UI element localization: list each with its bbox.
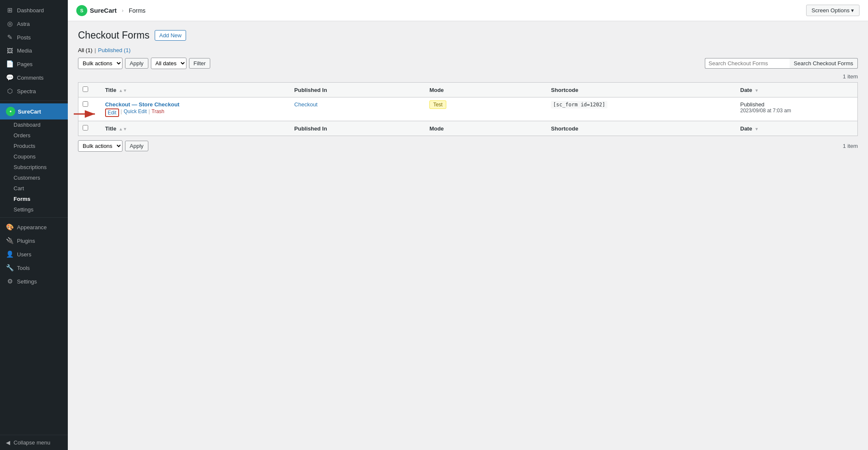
search-bar: Search Checkout Forms	[705, 58, 858, 69]
table-header-row: Title ▲▼ Published In Mode Shortcode	[78, 83, 858, 97]
foot-col-checkbox	[78, 121, 101, 136]
content-area: Checkout Forms Add New All (1) | Publish…	[68, 21, 868, 450]
sidebar-sub-item-sc-cart[interactable]: Cart	[0, 183, 68, 194]
row-checkbox[interactable]	[83, 101, 88, 107]
sidebar-header: ⊞ Dashboard ◎ Astra ✎ Posts 🖼 Media 📄 Pa…	[0, 0, 68, 290]
add-new-button[interactable]: Add New	[155, 30, 186, 41]
shortcode-value[interactable]: [sc_form id=1202]	[551, 101, 607, 108]
svg-text:S: S	[80, 8, 83, 13]
select-all-checkbox-bottom[interactable]	[83, 125, 88, 131]
foot-col-date[interactable]: Date ▼	[736, 121, 858, 136]
sidebar-item-users[interactable]: 👤 Users	[0, 247, 68, 261]
trash-action[interactable]: Trash	[152, 108, 164, 117]
col-published-header: Published In	[290, 83, 425, 97]
topbar-brand: SureCart	[90, 7, 117, 14]
filter-link-all[interactable]: All (1)	[78, 47, 92, 53]
foot-date-sort-icon: ▼	[754, 127, 759, 131]
row-mode-cell: Test	[425, 97, 547, 121]
sidebar-item-dashboard[interactable]: ⊞ Dashboard	[0, 3, 68, 17]
sidebar-item-label: Plugins	[17, 238, 35, 244]
foot-col-mode: Mode	[425, 121, 547, 136]
published-in-link[interactable]: Checkout	[294, 101, 317, 108]
sidebar-item-surecart[interactable]: SureCart	[0, 103, 68, 119]
row-shortcode-cell: [sc_form id=1202]	[547, 97, 736, 121]
forms-table-wrapper: Title ▲▼ Published In Mode Shortcode	[78, 82, 858, 136]
plugins-icon: 🔌	[6, 237, 14, 244]
form-title-link[interactable]: Checkout — Store Checkout	[105, 101, 180, 108]
sidebar-item-settings[interactable]: ⚙ Settings	[0, 275, 68, 288]
sidebar-item-appearance[interactable]: 🎨 Appearance	[0, 220, 68, 234]
sidebar-sub-item-sc-forms[interactable]: Forms	[0, 194, 68, 204]
sidebar-item-media[interactable]: 🖼 Media	[0, 44, 68, 57]
surecart-label: SureCart	[18, 108, 41, 115]
surecart-topbar-logo: S	[76, 5, 87, 16]
sidebar-sub-item-sc-settings[interactable]: Settings	[0, 204, 68, 215]
foot-title-sort-icon: ▲▼	[119, 127, 127, 131]
select-all-checkbox[interactable]	[83, 86, 88, 92]
sidebar-item-label: Spectra	[17, 88, 36, 94]
date-time-value: 2023/09/08 at 7:03 am	[740, 108, 854, 114]
apply-button-top[interactable]: Apply	[125, 58, 148, 69]
sidebar-item-comments[interactable]: 💬 Comments	[0, 71, 68, 84]
sidebar-sub-item-sc-products[interactable]: Products	[0, 141, 68, 151]
astra-icon: ◎	[6, 20, 14, 28]
sidebar-sub-item-sc-subscriptions[interactable]: Subscriptions	[0, 162, 68, 172]
sidebar-item-label: Appearance	[17, 224, 47, 231]
bulk-actions-select-top[interactable]: Bulk actions	[78, 58, 122, 69]
sidebar-item-label: Astra	[17, 21, 30, 27]
divider2	[0, 217, 68, 218]
sidebar-item-pages[interactable]: 📄 Pages	[0, 57, 68, 71]
surecart-logo-icon	[6, 107, 15, 116]
bulk-actions-select-bottom[interactable]: Bulk actions	[78, 140, 122, 152]
filter-sep: |	[95, 47, 96, 53]
page-title-row: Checkout Forms Add New	[78, 30, 858, 41]
sidebar-item-label: Media	[17, 47, 32, 54]
date-status: Published	[740, 101, 854, 108]
filter-button[interactable]: Filter	[189, 58, 211, 69]
sidebar-sub-item-sc-customers[interactable]: Customers	[0, 172, 68, 183]
collapse-menu[interactable]: ◀ Collapse menu	[0, 435, 68, 450]
title-sort-icon: ▲▼	[119, 88, 127, 93]
users-icon: 👤	[6, 250, 14, 258]
sidebar-sub-item-sc-orders[interactable]: Orders	[0, 130, 68, 141]
search-input[interactable]	[705, 58, 790, 69]
sidebar-sub-item-sc-dashboard[interactable]: Dashboard	[0, 119, 68, 130]
table-row: Checkout — Store Checkout Edit | Quick E…	[78, 97, 858, 121]
sidebar-item-spectra[interactable]: ⬡ Spectra	[0, 84, 68, 98]
row-checkbox-cell	[78, 97, 101, 121]
foot-col-title[interactable]: Title ▲▼	[101, 121, 290, 136]
tools-icon: 🔧	[6, 264, 14, 272]
apply-button-bottom[interactable]: Apply	[125, 141, 148, 151]
comments-icon: 💬	[6, 74, 14, 81]
screen-options-button[interactable]: Screen Options ▾	[806, 5, 860, 16]
edit-action[interactable]: Edit	[105, 108, 119, 117]
foot-col-published: Published In	[290, 121, 425, 136]
topbar: S SureCart › Forms Screen Options ▾	[68, 0, 868, 21]
quick-edit-action[interactable]: Quick Edit	[124, 108, 147, 117]
sidebar-item-label: Dashboard	[17, 7, 44, 14]
row-actions: Edit | Quick Edit | Trash	[105, 108, 286, 117]
posts-icon: ✎	[6, 33, 14, 41]
sidebar-sub-item-sc-coupons[interactable]: Coupons	[0, 151, 68, 162]
filter-links: All (1) | Published (1)	[78, 47, 858, 53]
table-footer-header-row: Title ▲▼ Published In Mode Shortcode	[78, 121, 858, 136]
sidebar-item-posts[interactable]: ✎ Posts	[0, 31, 68, 44]
col-date-header[interactable]: Date ▼	[736, 83, 858, 97]
col-shortcode-header: Shortcode	[547, 83, 736, 97]
dates-select[interactable]: All dates	[151, 58, 186, 69]
spectra-icon: ⬡	[6, 87, 14, 95]
sidebar-item-astra[interactable]: ◎ Astra	[0, 17, 68, 31]
collapse-arrow-icon: ◀	[6, 439, 10, 446]
sidebar-item-label: Pages	[17, 61, 33, 67]
pages-icon: 📄	[6, 60, 14, 68]
sidebar-item-tools[interactable]: 🔧 Tools	[0, 261, 68, 275]
sidebar-item-label: Settings	[17, 278, 37, 285]
filter-link-published[interactable]: Published (1)	[98, 47, 131, 53]
sidebar-item-label: Tools	[17, 265, 30, 271]
divider	[0, 100, 68, 101]
row-date-cell: Published 2023/09/08 at 7:03 am	[736, 97, 858, 121]
sidebar-item-plugins[interactable]: 🔌 Plugins	[0, 234, 68, 247]
settings-icon: ⚙	[6, 278, 14, 285]
search-button[interactable]: Search Checkout Forms	[790, 58, 858, 69]
col-title-header[interactable]: Title ▲▼	[101, 83, 290, 97]
